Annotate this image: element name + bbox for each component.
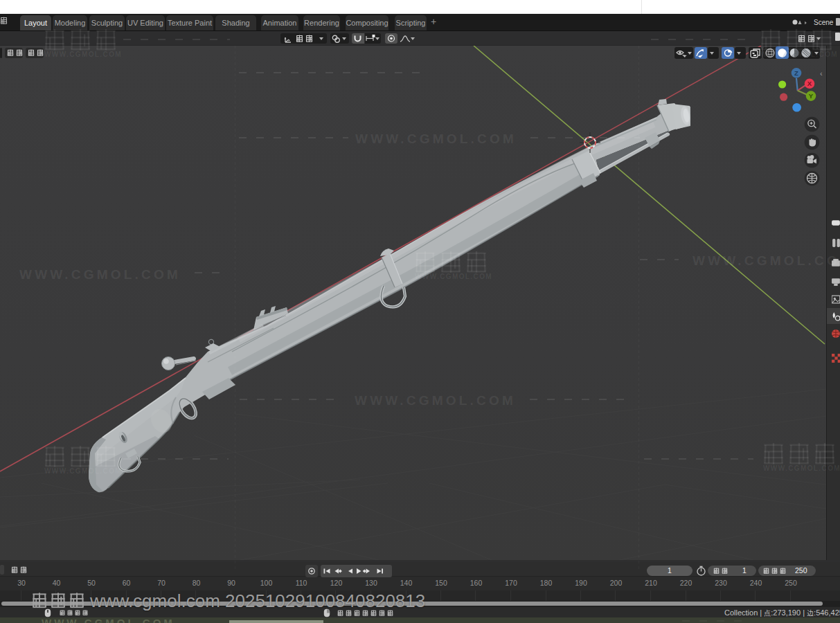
svg-text:X: X (807, 80, 812, 87)
svg-text:Z: Z (794, 69, 798, 77)
svg-text:Y: Y (809, 92, 814, 100)
